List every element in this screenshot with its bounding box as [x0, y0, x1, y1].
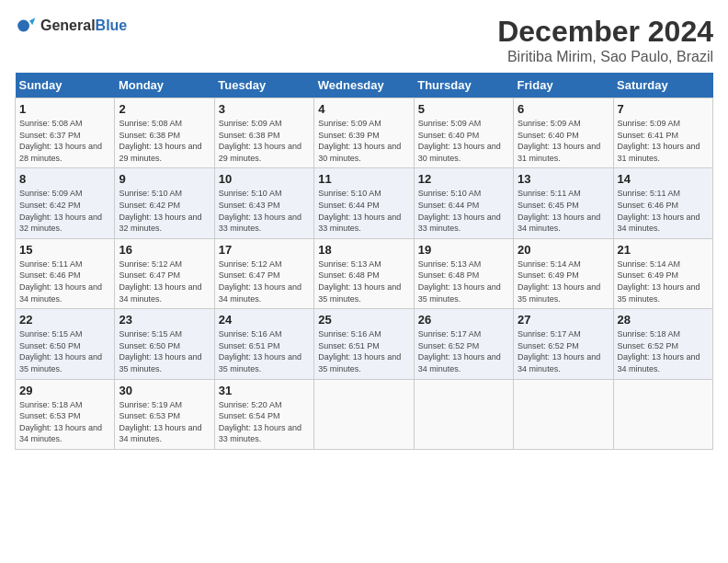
day-detail: Sunrise: 5:17 AMSunset: 6:52 PMDaylight:… [518, 329, 600, 373]
day-number: 29 [19, 384, 110, 397]
calendar-week-row: 15Sunrise: 5:11 AMSunset: 6:46 PMDayligh… [16, 238, 713, 308]
day-detail: Sunrise: 5:18 AMSunset: 6:52 PMDaylight:… [618, 329, 700, 373]
day-number: 9 [119, 172, 210, 186]
day-number: 11 [318, 172, 409, 186]
table-row: 16Sunrise: 5:12 AMSunset: 6:47 PMDayligh… [115, 238, 214, 308]
day-number: 14 [618, 172, 709, 186]
calendar-week-row: 1Sunrise: 5:08 AMSunset: 6:37 PMDaylight… [16, 98, 713, 168]
calendar-week-row: 22Sunrise: 5:15 AMSunset: 6:50 PMDayligh… [16, 309, 713, 379]
table-row [414, 379, 513, 449]
page-header: GeneralBlue December 2024 Biritiba Mirim… [15, 15, 713, 65]
table-row: 19Sunrise: 5:13 AMSunset: 6:48 PMDayligh… [414, 238, 513, 308]
table-row: 23Sunrise: 5:15 AMSunset: 6:50 PMDayligh… [115, 309, 214, 379]
day-number: 16 [119, 243, 210, 257]
day-detail: Sunrise: 5:10 AMSunset: 6:44 PMDaylight:… [318, 189, 401, 233]
table-row [613, 379, 712, 449]
table-row: 15Sunrise: 5:11 AMSunset: 6:46 PMDayligh… [16, 238, 115, 308]
calendar-week-row: 29Sunrise: 5:18 AMSunset: 6:53 PMDayligh… [16, 379, 713, 449]
logo: GeneralBlue [15, 15, 127, 37]
day-number: 18 [318, 243, 409, 257]
svg-point-0 [17, 20, 29, 32]
day-detail: Sunrise: 5:11 AMSunset: 6:46 PMDaylight:… [618, 189, 700, 233]
day-detail: Sunrise: 5:10 AMSunset: 6:44 PMDaylight:… [418, 189, 501, 233]
table-row [514, 379, 613, 449]
day-number: 15 [19, 243, 110, 257]
table-row: 29Sunrise: 5:18 AMSunset: 6:53 PMDayligh… [16, 379, 115, 449]
day-detail: Sunrise: 5:13 AMSunset: 6:48 PMDaylight:… [318, 259, 401, 304]
table-row: 22Sunrise: 5:15 AMSunset: 6:50 PMDayligh… [16, 309, 115, 379]
day-detail: Sunrise: 5:20 AMSunset: 6:54 PMDaylight:… [219, 400, 301, 444]
day-number: 7 [618, 102, 709, 116]
col-thursday: Thursday [414, 73, 513, 98]
table-row: 6Sunrise: 5:09 AMSunset: 6:40 PMDaylight… [514, 98, 613, 168]
table-row: 20Sunrise: 5:14 AMSunset: 6:49 PMDayligh… [514, 238, 613, 308]
day-detail: Sunrise: 5:11 AMSunset: 6:46 PMDaylight:… [19, 259, 102, 304]
day-number: 22 [19, 313, 110, 327]
title-section: December 2024 Biritiba Mirim, Sao Paulo,… [497, 15, 713, 65]
day-number: 20 [518, 243, 609, 257]
table-row [314, 379, 414, 449]
col-saturday: Saturday [613, 73, 712, 98]
day-number: 3 [219, 102, 310, 116]
day-detail: Sunrise: 5:12 AMSunset: 6:47 PMDaylight:… [219, 259, 301, 304]
day-number: 19 [418, 243, 509, 257]
day-number: 21 [618, 243, 709, 257]
day-detail: Sunrise: 5:09 AMSunset: 6:40 PMDaylight:… [518, 119, 600, 163]
day-detail: Sunrise: 5:09 AMSunset: 6:38 PMDaylight:… [219, 119, 301, 163]
table-row: 3Sunrise: 5:09 AMSunset: 6:38 PMDaylight… [214, 98, 313, 168]
day-number: 27 [518, 313, 609, 327]
logo-text-blue: Blue [96, 17, 128, 33]
table-row: 26Sunrise: 5:17 AMSunset: 6:52 PMDayligh… [414, 309, 513, 379]
table-row: 2Sunrise: 5:08 AMSunset: 6:38 PMDaylight… [115, 98, 214, 168]
table-row: 14Sunrise: 5:11 AMSunset: 6:46 PMDayligh… [613, 168, 712, 238]
calendar-header-row: Sunday Monday Tuesday Wednesday Thursday… [16, 73, 713, 98]
day-detail: Sunrise: 5:14 AMSunset: 6:49 PMDaylight:… [618, 259, 700, 304]
logo-icon [15, 15, 37, 37]
table-row: 8Sunrise: 5:09 AMSunset: 6:42 PMDaylight… [16, 168, 115, 238]
day-detail: Sunrise: 5:17 AMSunset: 6:52 PMDaylight:… [418, 329, 501, 373]
day-number: 13 [518, 172, 609, 186]
table-row: 1Sunrise: 5:08 AMSunset: 6:37 PMDaylight… [16, 98, 115, 168]
logo-text-general: General [40, 17, 96, 33]
day-detail: Sunrise: 5:09 AMSunset: 6:39 PMDaylight:… [318, 119, 401, 163]
day-detail: Sunrise: 5:16 AMSunset: 6:51 PMDaylight:… [318, 329, 401, 373]
day-number: 31 [219, 384, 310, 397]
day-detail: Sunrise: 5:08 AMSunset: 6:37 PMDaylight:… [19, 119, 102, 163]
day-number: 26 [418, 313, 509, 327]
table-row: 21Sunrise: 5:14 AMSunset: 6:49 PMDayligh… [613, 238, 712, 308]
table-row: 12Sunrise: 5:10 AMSunset: 6:44 PMDayligh… [414, 168, 513, 238]
day-detail: Sunrise: 5:11 AMSunset: 6:45 PMDaylight:… [518, 189, 600, 233]
day-number: 5 [418, 102, 509, 116]
col-wednesday: Wednesday [314, 73, 414, 98]
day-detail: Sunrise: 5:19 AMSunset: 6:53 PMDaylight:… [119, 400, 201, 444]
calendar-week-row: 8Sunrise: 5:09 AMSunset: 6:42 PMDaylight… [16, 168, 713, 238]
day-detail: Sunrise: 5:09 AMSunset: 6:41 PMDaylight:… [618, 119, 700, 163]
day-number: 25 [318, 313, 409, 327]
table-row: 25Sunrise: 5:16 AMSunset: 6:51 PMDayligh… [314, 309, 414, 379]
day-detail: Sunrise: 5:08 AMSunset: 6:38 PMDaylight:… [119, 119, 201, 163]
main-title: December 2024 [497, 15, 713, 49]
day-detail: Sunrise: 5:09 AMSunset: 6:42 PMDaylight:… [19, 189, 102, 233]
day-detail: Sunrise: 5:10 AMSunset: 6:43 PMDaylight:… [219, 189, 301, 233]
table-row: 4Sunrise: 5:09 AMSunset: 6:39 PMDaylight… [314, 98, 414, 168]
day-detail: Sunrise: 5:15 AMSunset: 6:50 PMDaylight:… [119, 329, 201, 373]
table-row: 18Sunrise: 5:13 AMSunset: 6:48 PMDayligh… [314, 238, 414, 308]
day-number: 12 [418, 172, 509, 186]
table-row: 11Sunrise: 5:10 AMSunset: 6:44 PMDayligh… [314, 168, 414, 238]
col-tuesday: Tuesday [214, 73, 313, 98]
col-sunday: Sunday [16, 73, 115, 98]
day-number: 23 [119, 313, 210, 327]
table-row: 9Sunrise: 5:10 AMSunset: 6:42 PMDaylight… [115, 168, 214, 238]
day-number: 4 [318, 102, 409, 116]
day-number: 28 [618, 313, 709, 327]
day-detail: Sunrise: 5:15 AMSunset: 6:50 PMDaylight:… [19, 329, 102, 373]
day-detail: Sunrise: 5:13 AMSunset: 6:48 PMDaylight:… [418, 259, 501, 304]
day-detail: Sunrise: 5:14 AMSunset: 6:49 PMDaylight:… [518, 259, 600, 304]
table-row: 28Sunrise: 5:18 AMSunset: 6:52 PMDayligh… [613, 309, 712, 379]
table-row: 5Sunrise: 5:09 AMSunset: 6:40 PMDaylight… [414, 98, 513, 168]
table-row: 24Sunrise: 5:16 AMSunset: 6:51 PMDayligh… [214, 309, 313, 379]
day-number: 6 [518, 102, 609, 116]
day-number: 17 [219, 243, 310, 257]
table-row: 7Sunrise: 5:09 AMSunset: 6:41 PMDaylight… [613, 98, 712, 168]
day-number: 2 [119, 102, 210, 116]
